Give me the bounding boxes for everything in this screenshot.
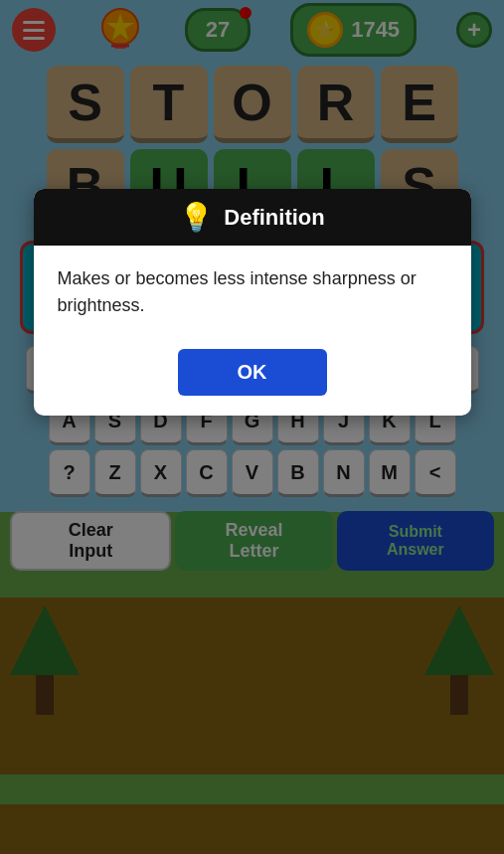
modal-footer: OK [34, 339, 471, 416]
definition-text: Makes or becomes less intense sharpness … [58, 268, 417, 315]
modal-header: 💡 Definition [34, 189, 471, 246]
modal-overlay: 💡 Definition Makes or becomes less inten… [0, 0, 504, 854]
modal-title: Definition [224, 205, 324, 231]
modal-body: Makes or becomes less intense sharpness … [34, 246, 471, 339]
ok-button[interactable]: OK [178, 349, 327, 396]
definition-modal: 💡 Definition Makes or becomes less inten… [34, 189, 471, 416]
lightbulb-icon: 💡 [179, 201, 214, 234]
